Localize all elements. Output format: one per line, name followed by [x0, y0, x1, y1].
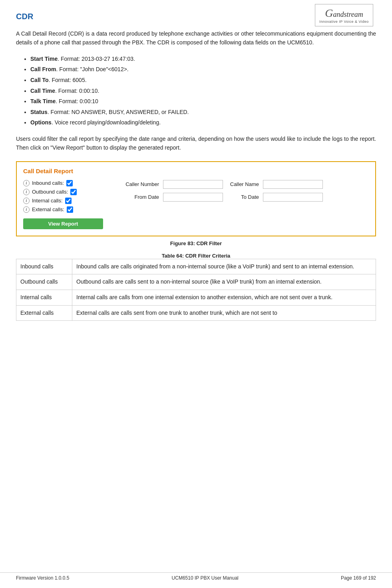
table-row: Outbound calls Outbound calls are calls … [16, 274, 376, 290]
internal-label: Internal calls: [32, 198, 63, 204]
def-external: External calls are calls sent from one t… [72, 305, 376, 321]
cdr-panel: Call Detail Report i Inbound calls: i Ou… [16, 161, 376, 236]
bullet-start-time: Start Time. Format: 2013-03-27 16:47:03. [30, 54, 376, 64]
to-date-input[interactable] [263, 193, 323, 202]
cdr-criteria-table: Inbound calls Inbound calls are calls or… [16, 259, 376, 321]
cdr-form: i Inbound calls: i Outbound calls: i Int… [23, 180, 369, 229]
bullet-talk-time: Talk Time. Format: 0:00:10 [30, 96, 376, 107]
caller-name-input[interactable] [263, 180, 323, 189]
cdr-filter-fields: Caller Number Caller Name From Date To D… [111, 180, 369, 229]
info-icon-internal[interactable]: i [23, 198, 30, 204]
check-row-outbound: i Outbound calls: [23, 189, 103, 195]
footer-manual: UCM6510 IP PBX User Manual [172, 575, 239, 581]
from-date-label: From Date [119, 194, 159, 200]
inbound-checkbox[interactable] [66, 180, 73, 186]
footer-firmware: Firmware Version 1.0.0.5 [16, 575, 69, 581]
cdr-panel-title: Call Detail Report [23, 168, 369, 174]
table-row: External calls External calls are calls … [16, 305, 376, 321]
info-icon-outbound[interactable]: i [23, 189, 30, 195]
table-caption: Table 64: CDR Filter Criteria [16, 253, 376, 259]
def-inbound: Inbound calls are calls originated from … [72, 259, 376, 274]
intro-paragraph1: A Call Detail Record (CDR) is a data rec… [16, 29, 376, 47]
view-report-button[interactable]: View Report [23, 218, 103, 229]
footer: Firmware Version 1.0.0.5 UCM6510 IP PBX … [0, 572, 392, 581]
date-range-row: From Date To Date [119, 193, 369, 202]
outbound-checkbox[interactable] [70, 189, 77, 195]
info-icon-external[interactable]: i [23, 206, 30, 213]
internal-checkbox[interactable] [65, 198, 72, 204]
logo-area: Gandstream Innovative IP Voice & Video [312, 4, 376, 26]
filter-note: Users could filter the call report by sp… [16, 134, 376, 152]
term-outbound: Outbound calls [16, 274, 72, 290]
table-row: Internal calls Internal calls are calls … [16, 290, 376, 306]
cdr-checkboxes: i Inbound calls: i Outbound calls: i Int… [23, 180, 111, 229]
logo-box: Gandstream Innovative IP Voice & Video [315, 4, 373, 26]
to-date-label: To Date [227, 194, 259, 200]
footer-page: Page 169 of 192 [341, 575, 376, 581]
caller-number-label: Caller Number [119, 181, 159, 187]
caller-number-row: Caller Number Caller Name [119, 180, 369, 189]
logo-name: andstream [333, 10, 363, 18]
check-row-inbound: i Inbound calls: [23, 180, 103, 186]
bullet-options: Options. Voice record playing/downloadin… [30, 117, 376, 128]
term-external: External calls [16, 305, 72, 321]
external-checkbox[interactable] [67, 206, 73, 213]
term-internal: Internal calls [16, 290, 72, 306]
term-inbound: Inbound calls [16, 259, 72, 274]
logo-letter: G [325, 7, 333, 19]
from-date-input[interactable] [163, 193, 223, 202]
bullet-call-time: Call Time. Format: 0:00:10. [30, 86, 376, 96]
outbound-label: Outbound calls: [32, 189, 68, 195]
check-row-external: i External calls: [23, 206, 103, 213]
def-internal: Internal calls are calls from one intern… [72, 290, 376, 306]
def-outbound: Outbound calls are calls sent to a non-i… [72, 274, 376, 290]
external-label: External calls: [32, 206, 64, 212]
figure-caption: Figure 83: CDR Filter [16, 240, 376, 246]
logo-tagline: Innovative IP Voice & Video [319, 20, 369, 24]
bullet-call-from: Call From. Format: "John Doe"<6012>. [30, 64, 376, 75]
bullet-status: Status. Format: NO ANSWER, BUSY, ANSWERE… [30, 107, 376, 118]
bullet-list: Start Time. Format: 2013-03-27 16:47:03.… [16, 54, 376, 128]
check-row-internal: i Internal calls: [23, 198, 103, 204]
caller-name-label: Caller Name [227, 181, 259, 187]
table-row: Inbound calls Inbound calls are calls or… [16, 259, 376, 274]
bullet-call-to: Call To. Format: 6005. [30, 75, 376, 86]
info-icon-inbound[interactable]: i [23, 180, 30, 186]
caller-number-input[interactable] [163, 180, 223, 189]
inbound-label: Inbound calls: [32, 180, 64, 186]
